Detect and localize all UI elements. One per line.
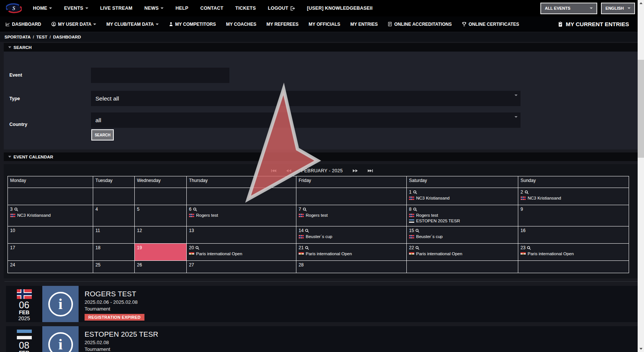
day-search-icon[interactable] bbox=[193, 207, 197, 211]
calendar-event[interactable]: NC3 Kristiansand bbox=[10, 213, 91, 217]
search-panel-header[interactable]: SEARCH bbox=[4, 43, 640, 52]
day-search-icon[interactable] bbox=[303, 207, 307, 211]
calendar-day-cell-8[interactable]: 8Rogers testESTOPEN 2025 TESR bbox=[407, 205, 518, 226]
calendar-event[interactable]: Beuster´s cup bbox=[409, 234, 516, 239]
day-search-icon[interactable] bbox=[14, 207, 18, 211]
main-nav-item-online-certificates[interactable]: ONLINE CERTIFICATES bbox=[462, 22, 519, 27]
main-nav-item-my-entries[interactable]: MY ENTRIES bbox=[350, 22, 378, 27]
calendar-day-cell-26[interactable]: 26 bbox=[135, 261, 187, 273]
calendar-day-cell-24[interactable]: 24 bbox=[8, 261, 93, 273]
day-search-icon[interactable] bbox=[305, 246, 309, 250]
top-nav-item-home[interactable]: HOME bbox=[33, 6, 52, 11]
calendar-day-cell-7[interactable]: 7Rogers test bbox=[296, 205, 407, 226]
calendar-day-cell-5[interactable]: 5 bbox=[135, 205, 187, 226]
calendar-event[interactable]: Paris international Open bbox=[189, 251, 294, 256]
event-search-input[interactable] bbox=[91, 68, 229, 83]
calendar-day-cell-19[interactable]: 19 bbox=[135, 244, 187, 261]
calendar-event[interactable]: ESTOPEN 2025 TESR bbox=[409, 219, 516, 223]
day-search-icon[interactable] bbox=[527, 246, 531, 250]
calendar-day-cell-22[interactable]: 22Paris international Open bbox=[407, 244, 518, 261]
calendar-day-cell-23[interactable]: 23Paris international Open bbox=[518, 244, 629, 261]
calendar-event[interactable]: NC3 Kristiansand bbox=[409, 196, 516, 200]
day-search-icon[interactable] bbox=[305, 229, 309, 233]
calendar-event[interactable]: Paris international Open bbox=[299, 251, 404, 256]
all-events-dropdown[interactable]: ALL EVENTS bbox=[540, 3, 597, 14]
calendar-day-cell-12[interactable]: 12 bbox=[135, 226, 187, 244]
calendar-event[interactable]: Rogers test bbox=[299, 213, 404, 217]
top-nav-item-tickets[interactable]: TICKETS bbox=[235, 6, 256, 11]
day-search-icon[interactable] bbox=[413, 207, 417, 211]
calendar-day-cell-1[interactable]: 1NC3 Kristiansand bbox=[407, 188, 518, 205]
scroll-down-arrow[interactable] bbox=[638, 346, 644, 352]
previous-month-button[interactable] bbox=[286, 169, 292, 173]
first-month-button[interactable] bbox=[271, 169, 277, 173]
day-search-icon[interactable] bbox=[195, 246, 199, 250]
top-nav-item-contact[interactable]: CONTACT bbox=[200, 6, 223, 11]
search-button[interactable]: SEARCH bbox=[91, 129, 114, 141]
main-nav-item-my-club-team-data[interactable]: MY CLUB/TEAM DATA bbox=[106, 22, 159, 27]
calendar-event[interactable]: NC3 Kristiansand bbox=[521, 196, 626, 200]
calendar-day-cell-27[interactable]: 27 bbox=[187, 261, 296, 273]
event-info-icon[interactable]: i bbox=[42, 326, 79, 352]
top-nav-item--user-knowledgebaseii[interactable]: [USER] KNOWLEDGEBASEII bbox=[307, 6, 372, 11]
next-icon bbox=[352, 169, 358, 173]
top-nav-item-live-stream[interactable]: LIVE STREAM bbox=[100, 6, 132, 11]
nav-item-label: HELP bbox=[176, 6, 188, 11]
calendar-event[interactable]: Rogers test bbox=[189, 213, 294, 217]
calendar-day-cell-10[interactable]: 10 bbox=[8, 226, 93, 244]
calendar-day-cell-28[interactable]: 28 bbox=[296, 261, 407, 273]
calendar-day-cell-6[interactable]: 6Rogers test bbox=[187, 205, 296, 226]
main-nav-item-my-officials[interactable]: MY OFFICIALS bbox=[309, 22, 340, 27]
main-nav-item-dashboard[interactable]: DASHBOARD bbox=[5, 22, 41, 27]
last-month-button[interactable] bbox=[367, 169, 373, 173]
calendar-day-cell-17[interactable]: 17 bbox=[8, 244, 93, 261]
breadcrumb-item-sportdata[interactable]: SPORTDATA bbox=[4, 35, 31, 39]
breadcrumb-item-test[interactable]: TEST bbox=[36, 35, 47, 39]
calendar-event[interactable]: Paris international Open bbox=[521, 251, 626, 256]
calendar-event[interactable]: Paris international Open bbox=[409, 251, 516, 256]
calendar-event[interactable]: Beuster´s cup bbox=[299, 234, 404, 239]
top-nav-item-news[interactable]: NEWS bbox=[144, 6, 164, 11]
scroll-up-arrow[interactable] bbox=[638, 0, 644, 6]
day-search-icon[interactable] bbox=[415, 246, 419, 250]
main-nav-item-online-accreditations[interactable]: ONLINE ACCREDITATIONS bbox=[388, 22, 452, 27]
day-search-icon[interactable] bbox=[413, 190, 417, 194]
calendar-day-cell-3[interactable]: 3NC3 Kristiansand bbox=[8, 205, 93, 226]
day-search-icon[interactable] bbox=[415, 229, 419, 233]
main-nav-item-my-competitors[interactable]: MY COMPETITORS bbox=[169, 22, 216, 27]
breadcrumb-separator: / bbox=[33, 35, 34, 39]
calendar-day-cell-20[interactable]: 20Paris international Open bbox=[187, 244, 296, 261]
event-title[interactable]: ESTOPEN 2025 TESR bbox=[85, 330, 158, 339]
scrollbar-thumb[interactable] bbox=[638, 60, 644, 158]
calendar-day-cell-18[interactable]: 18 bbox=[93, 244, 135, 261]
main-nav-item-my-user-data[interactable]: MY USER DATA bbox=[51, 22, 96, 27]
calendar-day-cell-14[interactable]: 14Beuster´s cup bbox=[296, 226, 407, 244]
next-month-button[interactable] bbox=[352, 169, 358, 173]
top-nav-item-events[interactable]: EVENTS bbox=[64, 6, 88, 11]
calendar-day-cell-15[interactable]: 15Beuster´s cup bbox=[407, 226, 518, 244]
language-dropdown[interactable]: ENGLISH bbox=[601, 3, 635, 14]
calendar-day-cell-13[interactable]: 13 bbox=[187, 226, 296, 244]
event-calendar-header[interactable]: EVENT CALENDAR bbox=[4, 152, 640, 161]
calendar-day-cell-9[interactable]: 9 bbox=[518, 205, 629, 226]
country-select[interactable]: all bbox=[91, 112, 521, 128]
my-current-entries-button[interactable]: MY CURRENT ENTRIES bbox=[558, 21, 629, 27]
main-nav-item-my-referees[interactable]: MY REFEREES bbox=[266, 22, 299, 27]
calendar-day-cell-16[interactable]: 16 bbox=[518, 226, 629, 244]
breadcrumb-item-dashboard[interactable]: DASHBOARD bbox=[53, 35, 81, 39]
day-search-icon[interactable] bbox=[525, 190, 529, 194]
event-title[interactable]: ROGERS TEST bbox=[85, 290, 144, 299]
main-nav-item-my-coaches[interactable]: MY COACHES bbox=[226, 22, 256, 27]
calendar-event[interactable]: Rogers test bbox=[409, 213, 516, 217]
calendar-day-cell-11[interactable]: 11 bbox=[93, 226, 135, 244]
calendar-day-cell-21[interactable]: 21Paris international Open bbox=[296, 244, 407, 261]
vertical-scrollbar[interactable] bbox=[638, 0, 644, 352]
top-nav-item-help[interactable]: HELP bbox=[176, 6, 188, 11]
sportdata-logo[interactable]: S bbox=[6, 3, 22, 13]
event-info-icon[interactable]: i bbox=[42, 286, 79, 322]
type-select[interactable]: Select all bbox=[91, 91, 521, 106]
calendar-day-cell-25[interactable]: 25 bbox=[93, 261, 135, 273]
calendar-day-cell-4[interactable]: 4 bbox=[93, 205, 135, 226]
top-nav-item-logout[interactable]: LOGOUT bbox=[268, 6, 295, 11]
calendar-day-cell-2[interactable]: 2NC3 Kristiansand bbox=[518, 188, 629, 205]
